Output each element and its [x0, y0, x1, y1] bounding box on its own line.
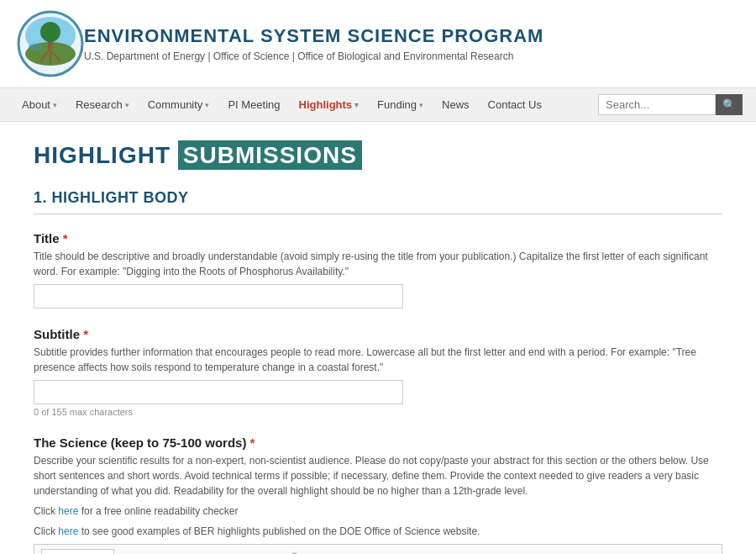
char-count: 0 of 155 max characters	[34, 407, 722, 417]
logo	[17, 10, 84, 77]
required-marker: *	[83, 327, 88, 341]
rich-toolbar: Paragraph B I ≡ ≡ ❝ ⇄ ≡ ⇄ 🔗 ✕ ⊞	[34, 545, 722, 554]
align-right-button[interactable]: ⇄	[257, 550, 276, 555]
nav-item-contact[interactable]: Contact Us	[480, 92, 550, 118]
subtitle-label: Subtitle *	[34, 327, 722, 341]
title-description: Title should be descriptive and broadly …	[34, 249, 722, 279]
align-left-button[interactable]: ⇄	[214, 550, 234, 555]
nav-items: About ▾ Research ▾ Community ▾ PI Meetin…	[13, 92, 598, 118]
ordered-list-button[interactable]: ≡	[176, 550, 192, 555]
subtitle-field-group: Subtitle * Subtitle provides further inf…	[34, 327, 722, 417]
readability-link[interactable]: here	[58, 505, 78, 517]
nav-search-area: 🔍	[598, 94, 743, 115]
rich-text-editor: Paragraph B I ≡ ≡ ❝ ⇄ ≡ ⇄ 🔗 ✕ ⊞	[34, 544, 722, 554]
caret-icon: ▾	[205, 101, 209, 109]
blockquote-button[interactable]: ❝	[195, 550, 211, 555]
science-link2: Click here to see good examples of BER h…	[34, 524, 722, 539]
table-button[interactable]: ⊞	[329, 550, 349, 555]
search-button[interactable]: 🔍	[716, 94, 743, 115]
required-marker: *	[63, 231, 68, 245]
italic-button[interactable]: I	[139, 550, 152, 555]
nav-item-research[interactable]: Research ▾	[67, 92, 138, 118]
site-title: ENVIRONMENTAL SYSTEM SCIENCE PROGRAM	[84, 25, 543, 47]
align-center-button[interactable]: ≡	[237, 550, 254, 555]
subtitle-description: Subtitle provides further information th…	[34, 345, 722, 375]
title-label: Title *	[34, 231, 722, 245]
site-subtitle: U.S. Department of Energy | Office of Sc…	[84, 50, 543, 62]
remove-format-button[interactable]: ✕	[307, 550, 326, 555]
search-input[interactable]	[598, 94, 716, 115]
link-button[interactable]: 🔗	[280, 550, 303, 555]
page-title: HIGHLIGHT SUBMISSIONS	[34, 142, 722, 169]
bold-button[interactable]: B	[118, 550, 135, 555]
ber-examples-link[interactable]: here	[58, 525, 78, 537]
science-link1: Click here for a free online readability…	[34, 504, 722, 519]
caret-icon: ▾	[125, 101, 129, 109]
nav-item-news[interactable]: News	[433, 92, 478, 118]
nav-item-funding[interactable]: Funding ▾	[369, 92, 432, 118]
page-header: ENVIRONMENTAL SYSTEM SCIENCE PROGRAM U.S…	[0, 0, 756, 88]
subtitle-input[interactable]	[34, 380, 403, 404]
search-icon: 🔍	[722, 98, 736, 111]
title-input[interactable]	[34, 284, 403, 309]
caret-icon: ▾	[354, 101, 359, 109]
title-field-group: Title * Title should be descriptive and …	[34, 231, 722, 309]
nav-item-about[interactable]: About ▾	[13, 92, 66, 118]
main-nav: About ▾ Research ▾ Community ▾ PI Meetin…	[0, 88, 756, 122]
nav-item-highlights[interactable]: Highlights ▾	[291, 92, 368, 118]
required-marker: *	[250, 435, 255, 450]
caret-icon: ▾	[419, 101, 423, 109]
svg-point-5	[29, 44, 42, 50]
main-content: HIGHLIGHT SUBMISSIONS 1. HIGHLIGHT BODY …	[17, 122, 739, 554]
science-field-group: The Science (keep to 75-100 words) * Des…	[34, 435, 722, 554]
caret-icon: ▾	[53, 101, 57, 109]
science-description-main: Describe your scientific results for a n…	[34, 453, 722, 499]
svg-point-4	[40, 22, 60, 42]
unordered-list-button[interactable]: ≡	[155, 550, 172, 555]
science-label: The Science (keep to 75-100 words) *	[34, 435, 722, 450]
nav-item-pimeeting[interactable]: PI Meeting	[219, 92, 288, 118]
format-select[interactable]: Paragraph	[41, 549, 114, 554]
section1-title: 1. HIGHLIGHT BODY	[34, 189, 722, 214]
header-title-block: ENVIRONMENTAL SYSTEM SCIENCE PROGRAM U.S…	[84, 25, 543, 62]
nav-item-community[interactable]: Community ▾	[139, 92, 218, 118]
